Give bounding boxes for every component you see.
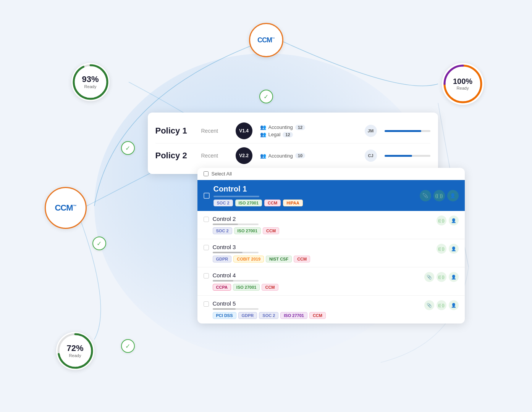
control-5-name: Control 5 xyxy=(213,300,420,307)
check-badge-4: ✓ xyxy=(121,339,135,353)
select-all-row[interactable]: Select All xyxy=(197,168,465,180)
tag-accounting-2-icon: 👥 xyxy=(260,153,266,159)
badge-93-percent: 93% Ready xyxy=(71,63,110,101)
control-1-header[interactable]: Control 1 SOC 2 ISO 27001 CCM HIPAA 📎 ((… xyxy=(197,180,465,211)
policy-2-recent: Recent xyxy=(201,153,228,159)
check-badge-1: ✓ xyxy=(259,90,273,103)
policy-1-tags: 👥 Accounting 12 👥 Legal 12 xyxy=(260,124,357,137)
select-all-label: Select All xyxy=(212,171,232,177)
control-2-checkbox[interactable] xyxy=(204,217,209,222)
control-2-tags: SOC 2 ISO 27001 CCM xyxy=(213,227,433,234)
control-2-icons: ((·)) 👤 xyxy=(437,216,459,225)
badge-72-percent: 72% Ready xyxy=(56,332,94,370)
c4-signal-icon: ((·)) xyxy=(437,272,446,282)
tag-accounting-label: Accounting xyxy=(268,124,293,130)
tag-hipaa: HIPAA xyxy=(283,200,302,206)
tag-legal-count: 12 xyxy=(283,132,293,137)
paperclip-icon: 📎 xyxy=(420,190,431,201)
policy-1-name: Policy 1 xyxy=(155,126,194,136)
c4-paperclip-icon: 📎 xyxy=(424,272,434,282)
control-5-row[interactable]: Control 5 PCI DSS GDPR SOC 2 ISO 27701 C… xyxy=(197,296,465,323)
policy-2-avatar: CJ xyxy=(365,150,377,162)
ccm-left-text: CCM™ xyxy=(55,203,76,213)
policy-1-progress xyxy=(385,130,430,132)
policy-1-progress-fill xyxy=(385,130,421,132)
policy-2-version: V2.2 xyxy=(236,147,252,164)
control-3-row[interactable]: Control 3 GDPR COBIT 2019 NIST CSF CCM (… xyxy=(197,239,465,267)
tag-accounting-2: 👥 Accounting 10 xyxy=(260,153,357,159)
tag-ccm-1: CCM xyxy=(264,200,281,206)
control-1-bar xyxy=(213,196,259,197)
tag-soc2: SOC 2 xyxy=(213,200,233,206)
tag-iso27001: ISO 27001 xyxy=(235,200,262,206)
c2-tag-soc2: SOC 2 xyxy=(213,227,232,234)
c2-tag-iso: ISO 27001 xyxy=(234,227,261,234)
tag-accounting-2-count: 10 xyxy=(295,153,305,158)
tag-accounting-count: 12 xyxy=(295,125,305,130)
policy-2-tags: 👥 Accounting 10 xyxy=(260,153,357,159)
c5-users-icon: 👤 xyxy=(449,300,459,310)
control-4-row[interactable]: Control 4 CCPA ISO 27001 CCM 📎 ((·)) 👤 xyxy=(197,267,465,296)
policy-row-2: Policy 2 Recent V2.2 👥 Accounting 10 CJ xyxy=(155,143,430,168)
tag-accounting-2-label: Accounting xyxy=(268,153,293,159)
control-1-checkbox[interactable] xyxy=(204,193,210,199)
policy-2-progress xyxy=(385,155,430,157)
svg-point-1 xyxy=(74,65,107,99)
tag-legal-label: Legal xyxy=(268,132,281,137)
control-3-name: Control 3 xyxy=(213,244,433,250)
c4-users-icon: 👤 xyxy=(449,272,459,282)
control-2-row[interactable]: Control 2 SOC 2 ISO 27001 CCM ((·)) 👤 xyxy=(197,211,465,239)
c5-paperclip-icon: 📎 xyxy=(424,300,434,310)
policy-1-recent: Recent xyxy=(201,128,228,134)
c3-tag-gdpr: GDPR xyxy=(213,256,232,262)
tag-legal-icon: 👥 xyxy=(260,132,266,137)
control-3-tags: GDPR COBIT 2019 NIST CSF CCM xyxy=(213,256,433,262)
ccm-top-badge: CCM™ xyxy=(249,23,283,57)
policy-1-version: V1.4 xyxy=(236,122,252,139)
check-badge-2: ✓ xyxy=(121,141,135,155)
control-1-info: Control 1 SOC 2 ISO 27001 CCM HIPAA xyxy=(213,185,416,206)
control-3-icons: ((·)) 👤 xyxy=(437,244,459,254)
policy-2-progress-fill xyxy=(385,155,412,157)
control-1-icons: 📎 ((·)) 👤 xyxy=(420,190,459,201)
control-4-name: Control 4 xyxy=(213,272,420,278)
control-2-bar xyxy=(213,224,259,225)
controls-table: Select All Control 1 SOC 2 ISO 27001 CCM… xyxy=(197,168,465,323)
control-4-content: Control 4 CCPA ISO 27001 CCM xyxy=(213,272,420,291)
control-5-bar xyxy=(213,308,259,310)
policy-card: Policy 1 Recent V1.4 👥 Accounting 12 👥 L… xyxy=(148,113,438,174)
c3-signal-icon: ((·)) xyxy=(437,244,446,254)
c4-tag-ccm: CCM xyxy=(262,284,278,291)
c4-tag-iso: ISO 27001 xyxy=(233,284,260,291)
control-5-tags: PCI DSS GDPR SOC 2 ISO 27701 CCM xyxy=(213,312,420,319)
control-4-checkbox[interactable] xyxy=(204,273,209,278)
check-badge-3: ✓ xyxy=(92,237,106,250)
c2-signal-icon: ((·)) xyxy=(437,216,446,225)
users-icon-1: 👤 xyxy=(447,190,459,201)
c5-tag-soc2: SOC 2 xyxy=(259,312,278,319)
tag-accounting-icon: 👥 xyxy=(260,124,266,130)
scene: CCM™ 93% Ready 100% Ready CCM™ xyxy=(37,19,495,393)
select-all-checkbox[interactable] xyxy=(204,171,209,176)
control-5-checkbox[interactable] xyxy=(204,301,209,307)
control-3-content: Control 3 GDPR COBIT 2019 NIST CSF CCM xyxy=(213,244,433,262)
ccm-left-badge: CCM™ xyxy=(45,187,87,229)
control-3-checkbox[interactable] xyxy=(204,245,209,250)
policy-row-1: Policy 1 Recent V1.4 👥 Accounting 12 👥 L… xyxy=(155,119,430,143)
c2-tag-ccm: CCM xyxy=(263,227,279,234)
control-1-title: Control 1 xyxy=(213,185,416,193)
policy-2-name: Policy 2 xyxy=(155,151,194,161)
c3-users-icon: 👤 xyxy=(449,244,459,254)
control-4-tags: CCPA ISO 27001 CCM xyxy=(213,284,420,291)
control-4-icons: 📎 ((·)) 👤 xyxy=(424,272,459,282)
control-1-tags: SOC 2 ISO 27001 CCM HIPAA xyxy=(213,200,416,206)
c3-tag-nist: NIST CSF xyxy=(266,256,292,262)
c3-tag-cobit: COBIT 2019 xyxy=(233,256,264,262)
tag-legal: 👥 Legal 12 xyxy=(260,132,357,137)
c4-tag-ccpa: CCPA xyxy=(213,284,231,291)
c3-tag-ccm: CCM xyxy=(294,256,310,262)
policy-1-avatar: JM xyxy=(365,125,377,137)
control-5-icons: 📎 ((·)) 👤 xyxy=(424,300,459,310)
control-2-content: Control 2 SOC 2 ISO 27001 CCM xyxy=(213,216,433,234)
control-3-bar xyxy=(213,252,259,253)
